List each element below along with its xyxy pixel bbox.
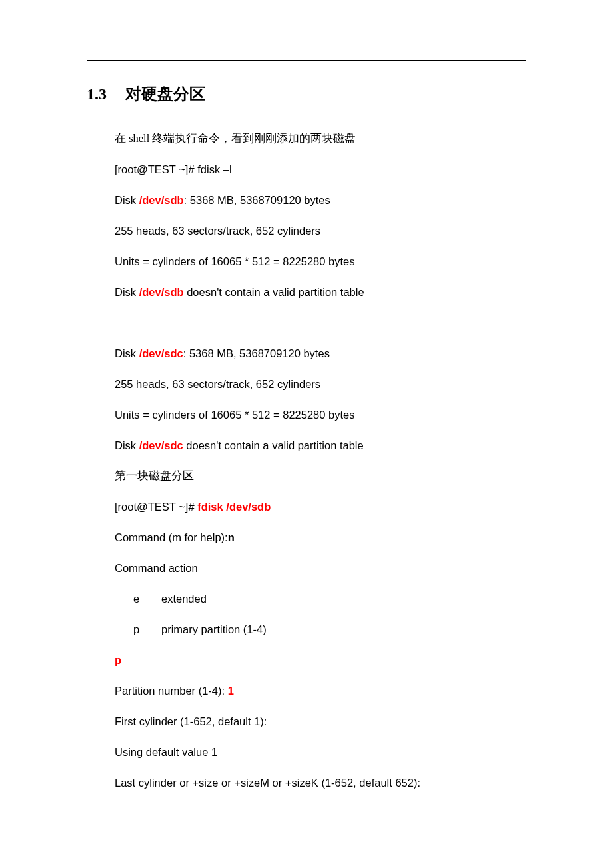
option-desc: extended (161, 593, 207, 605)
option-letter: e (133, 591, 161, 606)
option-extended: eextended (115, 591, 526, 606)
option-letter: p (133, 622, 161, 637)
first-disk-label: 第一块磁盘分区 (115, 469, 526, 483)
text-suffix: : 5368 MB, 5368709120 bytes (184, 194, 330, 206)
last-cylinder-prompt: Last cylinder or +size or +sizeM or +siz… (115, 775, 526, 790)
option-desc: primary partition (1-4) (161, 623, 267, 635)
command-fdisk-sdb: [root@TEST ~]# fdisk /dev/sdb (115, 499, 526, 514)
heading-title: 对硬盘分区 (125, 85, 205, 103)
using-default-value: Using default value 1 (115, 745, 526, 759)
command-m-help: Command (m for help):n (115, 530, 526, 545)
text-prefix: Disk (115, 194, 139, 206)
text-prefix: Disk (115, 439, 139, 451)
prompt-text: Command (m for help): (115, 531, 228, 543)
disk-sdc-notable: Disk /dev/sdc doesn't contain a valid pa… (115, 438, 526, 453)
partition-number-prompt: Partition number (1-4): 1 (115, 683, 526, 698)
command-fdisk-list: [root@TEST ~]# fdisk –l (115, 162, 526, 177)
document-page: 1.3 对硬盘分区 在 shell 终端执行命令，看到刚刚添加的两块磁盘 [ro… (0, 0, 613, 868)
horizontal-rule (87, 60, 526, 61)
device-path: /dev/sdc (139, 439, 183, 451)
text-suffix: doesn't contain a valid partition table (184, 286, 364, 298)
option-primary: pprimary partition (1-4) (115, 622, 526, 637)
intro-text: 在 shell 终端执行命令，看到刚刚添加的两块磁盘 (115, 131, 526, 146)
first-cylinder-prompt: First cylinder (1-652, default 1): (115, 714, 526, 729)
disk-sdb-size: Disk /dev/sdb: 5368 MB, 5368709120 bytes (115, 193, 526, 207)
disk-sdb-heads: 255 heads, 63 sectors/track, 652 cylinde… (115, 223, 526, 238)
device-path: /dev/sdb (139, 194, 184, 206)
user-input: 1 (228, 685, 234, 697)
choice-p: p (115, 653, 526, 667)
user-input: n (228, 531, 235, 543)
text-prefix: Disk (115, 347, 139, 359)
section-heading: 1.3 对硬盘分区 (87, 83, 526, 105)
heading-number: 1.3 (87, 85, 107, 103)
disk-sdb-notable: Disk /dev/sdb doesn't contain a valid pa… (115, 285, 526, 299)
text-suffix: doesn't contain a valid partition table (183, 439, 364, 451)
blank-line (115, 315, 526, 346)
disk-sdb-units: Units = cylinders of 16065 * 512 = 82252… (115, 254, 526, 269)
prompt-text: Partition number (1-4): (115, 685, 228, 697)
device-path: /dev/sdb (139, 286, 184, 298)
shell-prompt: [root@TEST ~]# (115, 501, 197, 513)
disk-sdc-units: Units = cylinders of 16065 * 512 = 82252… (115, 407, 526, 422)
device-path: /dev/sdc (139, 347, 183, 359)
command-text: fdisk /dev/sdb (197, 501, 271, 513)
disk-sdc-heads: 255 heads, 63 sectors/track, 652 cylinde… (115, 377, 526, 391)
text-prefix: Disk (115, 286, 139, 298)
content-block: 在 shell 终端执行命令，看到刚刚添加的两块磁盘 [root@TEST ~]… (87, 131, 526, 790)
disk-sdc-size: Disk /dev/sdc: 5368 MB, 5368709120 bytes (115, 346, 526, 361)
command-action-label: Command action (115, 561, 526, 575)
text-suffix: : 5368 MB, 5368709120 bytes (183, 347, 330, 359)
